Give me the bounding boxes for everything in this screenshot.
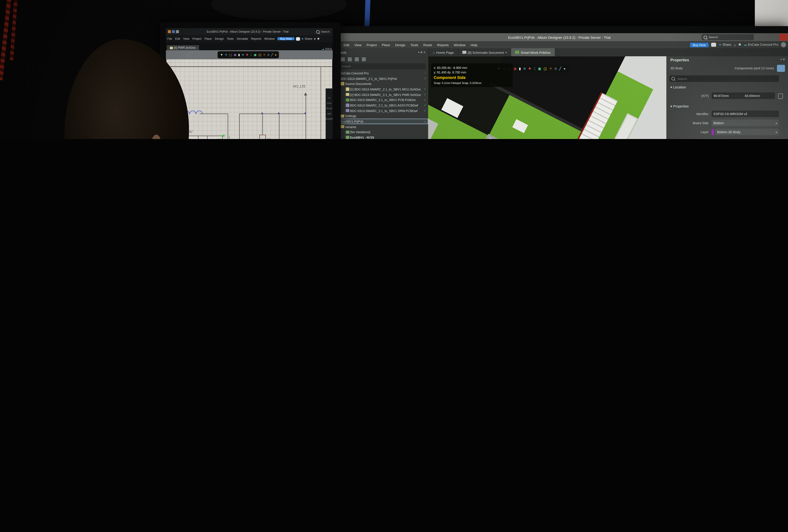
toolbar-icon[interactable]: ≋	[523, 67, 526, 70]
projects-search[interactable]	[333, 63, 426, 69]
toolbar-icon[interactable]: ▮	[519, 67, 521, 70]
toolbar-icon[interactable]: ✚	[528, 67, 531, 70]
menu-item[interactable]: Edit	[341, 43, 352, 46]
share-button[interactable]: ➤ Share	[719, 43, 731, 47]
menu-item[interactable]: Help	[468, 43, 480, 46]
encata-cloud[interactable]: ☁EnCa	[322, 47, 333, 50]
toolbar-icon[interactable]: ✚	[246, 53, 249, 56]
toolbar-icon[interactable]: ●	[564, 67, 566, 70]
projects-search-input[interactable]	[340, 64, 413, 68]
menu-item[interactable]: Project	[191, 37, 203, 40]
bell-icon[interactable]: ●	[314, 37, 316, 40]
menu-item[interactable]: Tools	[408, 43, 421, 46]
menu-item[interactable]: Place	[203, 37, 213, 40]
project-tree-item[interactable]: [1] BDC-0313-SMARC_2.1_to_SBV1 MCU.SchDo…	[331, 86, 428, 92]
project-tree-item[interactable]: ▾ Source Documents	[331, 81, 428, 86]
menu-item[interactable]: Place	[379, 43, 393, 46]
tab-pcb-document[interactable]: Smart block.PcbDoc	[511, 48, 555, 56]
toolbar-icon[interactable]: ●	[275, 53, 277, 56]
comment-icon[interactable]	[296, 37, 300, 40]
menu-item[interactable]: Simulate	[235, 37, 250, 40]
toolbar-icon[interactable]: ≋	[242, 53, 244, 56]
tab-home-page[interactable]: ⌂Home Page	[429, 48, 458, 56]
menu-item[interactable]: Tools	[225, 37, 235, 40]
menu-item[interactable]: Window	[451, 43, 468, 46]
menu-item[interactable]: Window	[263, 37, 276, 40]
menu-item[interactable]: File	[166, 37, 174, 40]
project-tree-item[interactable]: EcoSBV1 - N725	[331, 135, 428, 139]
comment-icon[interactable]	[711, 43, 716, 47]
menu-item[interactable]: Route	[421, 43, 435, 46]
menu-item[interactable]: Design	[213, 37, 225, 40]
project-tree-item[interactable]: BDC-0313-SMARC_2.1_to_SBV1 ASSY.PCBDwf	[331, 103, 428, 108]
project-tree-item[interactable]: [2] BDC-0313-SMARC_2.1_to_SBV1 PWR.SchDo…	[331, 92, 428, 97]
menu-item[interactable]: Edit	[174, 37, 181, 40]
menu-item[interactable]: View	[181, 37, 191, 40]
toolbar-icon[interactable]: ▣	[538, 67, 541, 70]
tab-pwr-schdoc[interactable]: [5] PWR.SchDoc	[167, 45, 199, 50]
pcb-3d-viewport[interactable]: C50 R12 R21 C36 L24 ▼✛▢◉▮≋✚⌶▣◫❖A╱● x: 83…	[428, 56, 666, 139]
net-label-4v2-lte[interactable]: 4V2_LTE	[293, 84, 306, 88]
toolbar-icon[interactable]: ╱	[271, 53, 273, 56]
active-bar-toolbar[interactable]: ▼✛▢◉▮≋✚⌶▣◫❖A╱●	[218, 51, 279, 58]
toolbar-icon[interactable]: ❖	[549, 67, 552, 70]
project-tree-item[interactable]: ▾ BDC-0313-SMARC_2.1_to_SBV1.PrjPcb	[331, 76, 428, 81]
project-tree-item[interactable]: BDC-0313-SMARC_2.1_to_SBV1 DRW.PCBDwf	[331, 108, 428, 113]
close-button[interactable]	[780, 34, 788, 41]
gear-icon[interactable]: ✱	[317, 37, 320, 40]
toolbar-icon[interactable]: ❖	[263, 53, 265, 56]
docked-panel-sliver[interactable]: Lo Choi No pa Add Graphic	[326, 88, 333, 139]
toolbar-icon[interactable]: ◉	[514, 67, 517, 70]
encata-cloud[interactable]: ☁ EnCata Concord Pro	[744, 43, 779, 47]
y-field[interactable]: 83.694mm	[743, 93, 775, 99]
toolbar-icon[interactable]: ▢	[229, 53, 232, 56]
project-tree-item[interactable]: BDC-0313-SMARC_2.1_to_SBV1 PCB.PcbDoc	[331, 97, 428, 103]
toolbar-icon[interactable]: ⌶	[533, 67, 535, 70]
schematic-sheet[interactable]: 4V2_LTE L3 2.2µH DA2 4 L1	[166, 59, 332, 139]
project-tree-item[interactable]: ▾ EcoSBV1.PrjPcb	[331, 119, 428, 124]
menu-item[interactable]: Design	[393, 43, 408, 46]
menu-item[interactable]: Reports	[250, 37, 263, 40]
properties-search[interactable]	[669, 75, 779, 82]
toolbar-icon[interactable]: ╱	[559, 67, 561, 70]
panel-controls[interactable]: ▾ ✚	[781, 58, 785, 61]
project-tree-item[interactable]: EnCata Concord Pro	[331, 70, 428, 76]
toolbar-icon[interactable]: ✛	[225, 53, 228, 56]
project-tree-item[interactable]: ▾ Variants	[331, 124, 428, 130]
toolbar-icon[interactable]: ◉	[234, 53, 236, 56]
tab-schematic-document[interactable]: [8] Schematic Document▾	[458, 48, 511, 56]
share-button[interactable]: ➤ Share	[301, 37, 312, 40]
section-location[interactable]: ▾ Location	[670, 85, 686, 90]
home-icon[interactable]: ⌂	[734, 43, 736, 46]
gear-icon[interactable]: ✱	[738, 43, 741, 47]
panel-controls[interactable]: ▾ ✚ ✕	[418, 51, 428, 54]
x-field[interactable]: 90.872mm	[712, 93, 744, 99]
properties-scope[interactable]: Components (and 12 more)	[666, 66, 774, 70]
toolbar-icon[interactable]: ⌶	[250, 53, 252, 56]
section-properties[interactable]: ▾ Properties	[670, 104, 689, 109]
avatar[interactable]	[781, 42, 786, 47]
buy-now-button[interactable]: Buy Now	[690, 42, 709, 47]
toolbar-icon[interactable]: ▣	[254, 53, 257, 56]
project-tree-item[interactable]: [No Variations]	[331, 130, 428, 135]
project-tree-item[interactable]: ▸ Settings	[331, 113, 428, 119]
buy-now-button[interactable]: Buy Now	[278, 37, 294, 40]
layer-select[interactable]: Bottom 3D Body▾	[715, 129, 779, 135]
properties-search-input[interactable]	[676, 77, 764, 81]
global-search[interactable]: Search	[316, 30, 333, 34]
identifier-field[interactable]: ESP32-C6-WROOM v3	[712, 111, 779, 117]
board-side-select[interactable]: Bottom▾	[712, 120, 779, 126]
toolbar-icon[interactable]: ◫	[544, 67, 547, 70]
menu-item[interactable]: Project	[364, 43, 379, 46]
menu-item[interactable]: Reports	[435, 43, 451, 46]
toolbar-icon[interactable]: ▮	[238, 53, 240, 56]
lock-icon[interactable]	[778, 94, 783, 99]
projects-toolbar[interactable]	[331, 56, 428, 62]
toolbar-icon[interactable]: ▼	[220, 53, 223, 56]
toolbar-icon[interactable]: A	[268, 53, 270, 56]
filter-icon[interactable]	[777, 65, 785, 72]
toolbar-icon[interactable]: A	[554, 67, 557, 70]
global-search[interactable]: Search	[702, 34, 754, 40]
toolbar-icon[interactable]: ◫	[258, 53, 261, 56]
menu-item[interactable]: View	[352, 43, 364, 46]
